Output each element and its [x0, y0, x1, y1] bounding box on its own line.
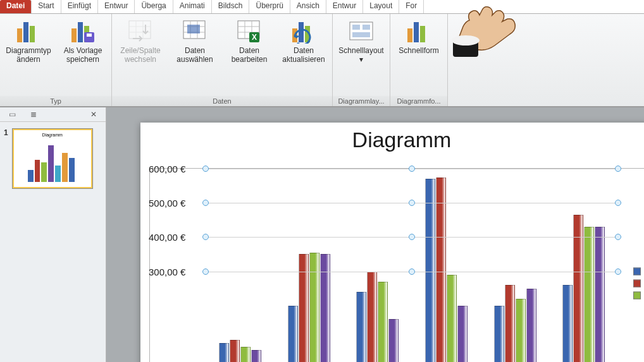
bar-cluster[interactable] [275, 169, 344, 362]
select-data-button[interactable]: Datenauswählen [170, 18, 220, 64]
bar[interactable] [505, 285, 515, 362]
tab-entwur[interactable]: Entwur [98, 0, 135, 13]
outline-view-icon[interactable]: ▭ [6, 110, 18, 119]
group-label: Daten [112, 96, 332, 106]
bar-cluster[interactable] [412, 169, 481, 362]
quick-layout-button[interactable]: Schnelllayout▾ [337, 18, 386, 64]
bar[interactable] [526, 289, 536, 362]
close-panel-icon[interactable]: ✕ [88, 110, 99, 119]
selection-handle[interactable] [202, 268, 209, 275]
chart-legend[interactable]: JanuFebMä [633, 263, 644, 303]
bar[interactable] [494, 306, 504, 362]
bar[interactable] [436, 178, 446, 362]
svg-rect-18 [187, 25, 200, 33]
tab-layout[interactable]: Layout [363, 0, 399, 13]
bar[interactable] [447, 275, 457, 362]
tab-for[interactable]: For [399, 0, 424, 13]
grid-swap-icon [128, 18, 153, 45]
svg-text:X: X [252, 33, 257, 42]
selection-handle[interactable] [409, 166, 415, 172]
y-tick-label: 600,00 € [149, 164, 185, 174]
grid-select-icon [182, 18, 207, 45]
selection-handle[interactable] [202, 166, 209, 172]
svg-rect-30 [352, 25, 360, 30]
bar[interactable] [388, 319, 399, 362]
refresh-data-button[interactable]: Datenaktualisieren [279, 18, 328, 64]
legend-item[interactable]: Feb [633, 279, 644, 287]
slide[interactable]: Diagramm JanuFebMä 300,00 €400,00 €500,0… [140, 123, 644, 362]
bar[interactable] [562, 285, 573, 362]
selection-handle[interactable] [202, 234, 209, 240]
selection-handle[interactable] [615, 234, 621, 240]
change-chart-type-button[interactable]: Diagrammtypändern [4, 18, 53, 64]
slide-thumbnail[interactable]: Diagramm [12, 128, 93, 189]
quick-format-label: Schnellform [399, 46, 438, 55]
ribbon-group-daten: Zeile/SpaltewechselnDatenauswählenXDaten… [112, 14, 333, 106]
tab-start[interactable]: Start [32, 0, 61, 13]
tab-entwur[interactable]: Entwur [326, 0, 363, 13]
svg-rect-34 [414, 22, 419, 42]
chart-area[interactable]: JanuFebMä 300,00 €400,00 €500,00 €600,00… [149, 168, 644, 362]
slide-panel: ▭ ≣ ✕ 1 Diagramm [0, 107, 106, 362]
selection-handle[interactable] [615, 200, 621, 206]
bar[interactable] [457, 306, 468, 362]
bar[interactable] [251, 350, 261, 362]
bar[interactable] [320, 254, 330, 362]
quick-format-button[interactable]: Schnellform [394, 18, 443, 55]
svg-rect-1 [23, 22, 28, 42]
bar-cluster[interactable] [343, 169, 412, 362]
ribbon-tabs: DateiStartEinfügtEntwurÜbergaAnimatiBild… [0, 0, 644, 14]
bar[interactable] [367, 272, 377, 363]
group-label: Diagrammlay... [333, 96, 390, 106]
selection-handle[interactable] [409, 234, 415, 240]
bar[interactable] [309, 253, 319, 362]
ribbon-group-typ: DiagrammtypändernAls VorlagespeichernTyp [0, 14, 112, 106]
selection-handle[interactable] [202, 200, 209, 206]
slides-view-icon[interactable]: ≣ [28, 110, 39, 119]
selection-handle[interactable] [615, 268, 621, 275]
bar-cluster[interactable] [206, 169, 275, 362]
svg-rect-3 [71, 28, 77, 42]
svg-rect-4 [78, 22, 83, 42]
workspace: ▭ ≣ ✕ 1 Diagramm Diagramm JanuFebMä [0, 107, 644, 362]
selection-handle[interactable] [615, 166, 621, 172]
group-label: Typ [0, 96, 111, 106]
bar[interactable] [425, 179, 435, 362]
switch-row-col-button: Zeile/Spaltewechseln [116, 18, 165, 64]
bar[interactable] [240, 347, 251, 362]
bar-cluster[interactable] [549, 169, 618, 362]
y-tick-label: 300,00 € [149, 266, 185, 277]
chart-bars-icon [16, 18, 41, 45]
edit-data-button[interactable]: XDatenbearbeiten [225, 18, 274, 64]
chart-title[interactable]: Diagramm [140, 128, 644, 152]
tab-ansich[interactable]: Ansich [290, 0, 326, 13]
bar[interactable] [516, 299, 526, 362]
selection-handle[interactable] [409, 200, 415, 206]
bar[interactable] [595, 227, 605, 362]
bar[interactable] [230, 340, 240, 362]
tab-bildsch[interactable]: Bildsch [212, 0, 250, 13]
tab-datei[interactable]: Datei [0, 0, 32, 13]
legend-item[interactable]: Janu [633, 267, 644, 275]
bar[interactable] [288, 306, 298, 362]
grid-excel-icon: X [237, 18, 262, 45]
tab-einfügt[interactable]: Einfügt [61, 0, 98, 13]
slide-thumbnail-row[interactable]: 1 Diagramm [0, 122, 106, 195]
legend-item[interactable]: Mä [633, 291, 644, 299]
bar[interactable] [299, 254, 309, 362]
bar-cluster[interactable] [481, 169, 550, 362]
legend-swatch [633, 291, 641, 299]
bar[interactable] [219, 343, 229, 362]
bar[interactable] [378, 282, 388, 362]
slide-number: 1 [4, 128, 8, 189]
change-chart-type-label: Diagrammtypändern [6, 46, 51, 64]
bar[interactable] [356, 292, 366, 362]
bar[interactable] [584, 227, 594, 362]
save-as-template-button[interactable]: Als Vorlagespeichern [58, 18, 108, 64]
selection-handle[interactable] [409, 268, 415, 275]
tab-überga[interactable]: Überga [135, 0, 173, 13]
tab-animati[interactable]: Animati [173, 0, 212, 13]
layout-gallery-icon [349, 18, 374, 45]
tab-überprü[interactable]: Überprü [249, 0, 290, 13]
slide-canvas[interactable]: Diagramm JanuFebMä 300,00 €400,00 €500,0… [106, 107, 644, 362]
